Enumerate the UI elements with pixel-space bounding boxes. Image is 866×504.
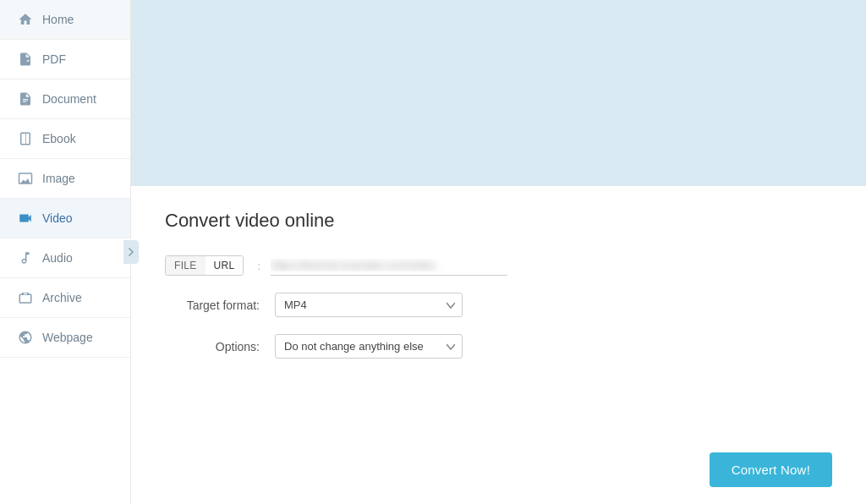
sidebar-label-home: Home (42, 13, 74, 26)
sidebar-label-image: Image (42, 172, 75, 185)
sidebar: Home PDF Document Ebook Image Video (0, 0, 131, 504)
audio-icon (17, 249, 34, 266)
sidebar-item-video[interactable]: Video (0, 199, 130, 238)
webpage-icon (17, 329, 34, 346)
options-label: Options: (165, 340, 275, 353)
sidebar-item-ebook[interactable]: Ebook (0, 119, 130, 159)
sidebar-item-audio[interactable]: Audio (0, 238, 130, 278)
sidebar-label-ebook: Ebook (42, 132, 76, 145)
url-input[interactable] (271, 255, 507, 276)
sidebar-label-archive: Archive (42, 291, 82, 304)
form-section: FILE URL : Target format: MP4 AVI MOV MK… (165, 255, 832, 375)
content-area: Convert video online FILE URL : Target f… (131, 186, 866, 504)
options-select[interactable]: Do not change anything else Custom setti… (275, 334, 463, 359)
top-banner (131, 0, 866, 186)
sidebar-collapse-arrow[interactable] (123, 240, 139, 264)
file-tab[interactable]: FILE (166, 256, 206, 275)
sidebar-label-video: Video (42, 211, 73, 225)
sidebar-label-pdf: PDF (42, 52, 66, 66)
url-row: FILE URL : (165, 255, 832, 276)
home-icon (17, 11, 34, 28)
target-format-label: Target format: (165, 299, 275, 312)
tab-separator: : (257, 260, 260, 272)
convert-now-button[interactable]: Convert Now! (710, 452, 832, 487)
video-icon (17, 210, 34, 227)
sidebar-label-audio: Audio (42, 251, 73, 265)
sidebar-item-image[interactable]: Image (0, 159, 130, 199)
options-row: Options: Do not change anything else Cus… (165, 334, 832, 359)
page-title: Convert video online (165, 210, 832, 232)
file-url-tabs: FILE URL (165, 255, 244, 276)
image-icon (17, 170, 34, 187)
pdf-icon (17, 51, 34, 68)
sidebar-item-pdf[interactable]: PDF (0, 40, 130, 79)
document-icon (17, 90, 34, 107)
sidebar-item-archive[interactable]: Archive (0, 278, 130, 318)
sidebar-item-webpage[interactable]: Webpage (0, 318, 130, 358)
convert-button-wrapper: Convert Now! (710, 452, 832, 487)
sidebar-item-document[interactable]: Document (0, 79, 130, 119)
archive-icon (17, 289, 34, 306)
target-format-row: Target format: MP4 AVI MOV MKV WMV FLV W… (165, 293, 832, 317)
sidebar-label-document: Document (42, 92, 96, 106)
url-tab[interactable]: URL (206, 256, 244, 275)
target-format-select[interactable]: MP4 AVI MOV MKV WMV FLV WebM (275, 293, 463, 317)
sidebar-item-home[interactable]: Home (0, 0, 130, 40)
sidebar-label-webpage: Webpage (42, 331, 93, 344)
ebook-icon (17, 130, 34, 147)
main-content: Convert video online FILE URL : Target f… (131, 0, 866, 504)
